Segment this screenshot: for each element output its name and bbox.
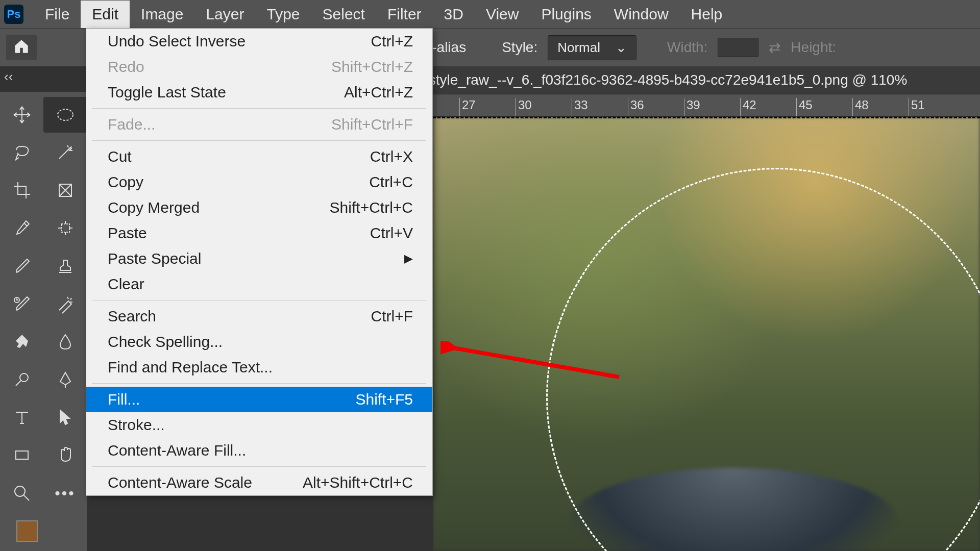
type-tool[interactable] [0,399,43,435]
app-logo[interactable]: Ps [4,5,23,24]
menu-item-find-and-replace-text[interactable]: Find and Replace Text... [86,355,432,380]
history-brush-tool[interactable] [0,286,43,322]
stamp-tool[interactable] [43,248,87,284]
edit-menu-dropdown: Undo Select InverseCtrl+ZRedoShift+Ctrl+… [86,28,433,496]
menu-item-label: Check Spelling... [108,333,223,350]
magic-wand-tool[interactable] [43,135,87,170]
menu-item-cut[interactable]: CutCtrl+X [86,144,432,169]
menu-type[interactable]: Type [255,1,311,28]
rectangle-tool[interactable] [0,437,43,473]
menu-separator [92,108,426,109]
svg-point-0 [58,109,73,120]
crop-tool[interactable] [0,172,43,208]
menu-item-label: Copy [108,173,143,191]
menu-item-shortcut: Ctrl+F [371,308,413,325]
more-tools[interactable]: ••• [43,475,87,511]
menu-item-check-spelling[interactable]: Check Spelling... [86,329,432,355]
menu-item-shortcut: Ctrl+X [370,148,413,165]
menu-item-shortcut: Shift+F5 [355,391,413,408]
svg-point-3 [20,373,28,382]
lasso-tool[interactable] [0,135,43,170]
annotation-arrow [440,341,624,384]
menu-item-label: Undo Select Inverse [108,33,246,50]
menu-separator [92,300,426,300]
svg-rect-4 [16,451,28,459]
ellipsis-icon: ••• [55,485,76,502]
chevron-down-icon: ⌄ [616,40,627,56]
menu-item-shortcut: Ctrl+V [370,224,413,242]
menu-item-undo-select-inverse[interactable]: Undo Select InverseCtrl+Z [86,29,432,54]
zoom-tool[interactable] [0,475,43,511]
home-button[interactable] [6,35,37,60]
menu-filter[interactable]: Filter [376,1,433,28]
foreground-color-swatch[interactable] [0,513,43,549]
menu-item-shortcut: Shift+Ctrl+C [330,199,413,216]
menu-item-label: Redo [108,58,144,76]
width-label: Width: [667,39,707,56]
menu-view[interactable]: View [475,1,530,28]
menu-item-search[interactable]: SearchCtrl+F [86,304,432,329]
eyedropper-tool[interactable] [0,210,43,246]
menu-item-clear[interactable]: Clear [86,271,432,297]
menu-item-shortcut: Ctrl+Z [371,33,413,50]
menu-layer[interactable]: Layer [194,1,255,28]
ruler-tick: 33 [572,98,628,116]
menu-item-shortcut: Alt+Shift+Ctrl+C [303,474,413,491]
ruler-tick: 48 [852,98,909,116]
ruler-tick: 39 [684,98,740,116]
menu-item-content-aware-fill[interactable]: Content-Aware Fill... [86,438,432,463]
menu-item-paste-special[interactable]: Paste Special▶ [86,246,432,271]
menu-item-paste[interactable]: PasteCtrl+V [86,220,432,246]
height-label: Height: [791,39,836,56]
menu-3d[interactable]: 3D [433,1,475,28]
ruler-tick: 51 [909,98,965,116]
menu-item-toggle-last-state[interactable]: Toggle Last StateAlt+Ctrl+Z [86,80,432,105]
blur-tool[interactable] [43,324,87,360]
marquee-tool[interactable] [43,97,87,133]
menu-item-content-aware-scale[interactable]: Content-Aware ScaleAlt+Shift+Ctrl+C [86,470,432,495]
menu-item-fill[interactable]: Fill...Shift+F5 [86,387,432,412]
menu-file[interactable]: File [34,1,81,28]
panel-collapse-button[interactable]: ‹‹ [4,69,13,85]
hand-tool[interactable] [43,437,87,473]
menu-item-redo: RedoShift+Ctrl+Z [86,54,432,80]
menu-select[interactable]: Select [311,1,376,28]
pen-tool[interactable] [43,362,87,397]
gradient-tool[interactable] [0,324,43,360]
menu-item-shortcut: Shift+Ctrl+F [331,116,413,133]
menu-plugins[interactable]: Plugins [530,1,602,28]
submenu-arrow-icon: ▶ [404,252,413,265]
app-logo-text: Ps [7,8,21,21]
menu-window[interactable]: Window [603,1,680,28]
path-select-tool[interactable] [43,399,87,435]
menu-help[interactable]: Help [680,1,734,28]
dodge-tool[interactable] [0,362,43,397]
style-label: Style: [502,39,537,56]
menu-item-label: Content-Aware Fill... [108,442,246,459]
menu-image[interactable]: Image [130,1,194,28]
move-tool[interactable] [0,97,43,133]
patch-tool[interactable] [43,210,87,246]
width-field[interactable] [718,38,758,57]
canvas[interactable] [433,117,980,551]
menu-item-label: Clear [108,276,144,293]
menu-item-label: Copy Merged [108,199,200,216]
menu-item-copy-merged[interactable]: Copy MergedShift+Ctrl+C [86,195,432,220]
svg-line-6 [451,347,619,377]
menu-item-shortcut: Shift+Ctrl+Z [331,58,413,76]
style-dropdown[interactable]: Normal ⌄ [548,35,636,60]
menu-item-label: Fade... [108,116,155,133]
brush-tool[interactable] [0,248,43,284]
document-tab-title[interactable]: 9_--style_raw_--v_6._f03f216c-9362-4895-… [403,72,907,88]
magic-eraser-tool[interactable] [43,286,87,322]
frame-tool[interactable] [43,172,87,208]
menu-item-label: Find and Replace Text... [108,359,273,376]
menu-item-copy[interactable]: CopyCtrl+C [86,169,432,195]
swap-dimensions-icon[interactable]: ⇄ [769,39,780,56]
menu-item-label: Content-Aware Scale [108,474,252,491]
menu-edit[interactable]: Edit [81,1,130,28]
menu-item-fade: Fade...Shift+Ctrl+F [86,112,432,137]
ruler-tick: 30 [516,98,572,116]
menu-item-label: Paste Special [108,250,201,267]
menu-item-stroke[interactable]: Stroke... [86,412,432,438]
